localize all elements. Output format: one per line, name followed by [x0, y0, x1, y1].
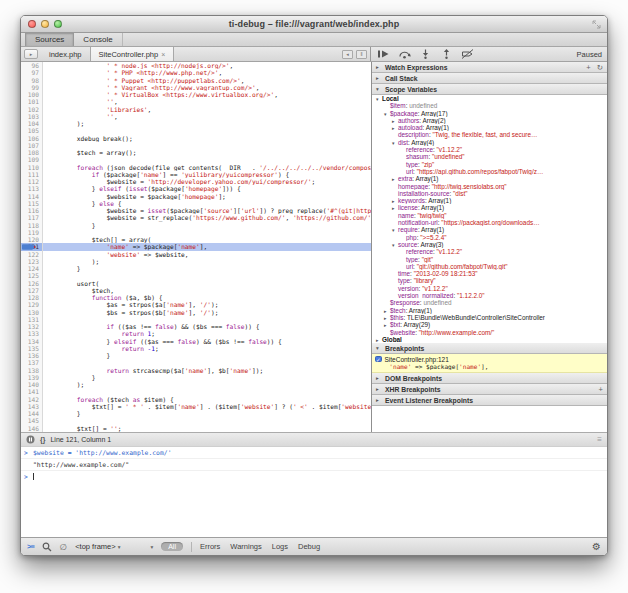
code-line[interactable]: 122 'website' => $website,	[21, 251, 371, 258]
line-number-gutter[interactable]: 138	[21, 367, 43, 374]
code-line[interactable]: 124 }	[21, 265, 371, 272]
line-number-gutter[interactable]: 128	[21, 294, 43, 301]
code-line[interactable]: 134 } elseif (($as === false) && ($bs !=…	[21, 338, 371, 345]
search-icon[interactable]	[42, 542, 52, 552]
step-out-icon[interactable]	[439, 49, 453, 60]
resume-script-icon[interactable]	[376, 49, 390, 60]
gear-icon[interactable]: ⚙	[592, 541, 601, 552]
code-text[interactable]: ' * Vagrant <http://www.vagrantup.com/>'…	[43, 84, 371, 91]
line-number-gutter[interactable]: 117	[21, 214, 43, 221]
code-line[interactable]: 132 if (($as !== false) && ($bs === fals…	[21, 323, 371, 330]
code-text[interactable]: 'website' => $website,	[43, 251, 371, 258]
console-drawer[interactable]: > $website = 'http://www.example.com/' "…	[21, 446, 607, 537]
breakpoint-entry[interactable]: ✓SiteController.php:121 'name' => $packa…	[372, 354, 607, 373]
code-text[interactable]: $tech = array();	[43, 149, 371, 156]
code-line[interactable]: 140 );	[21, 381, 371, 388]
scope-variable-row[interactable]: ▸authors: Array(2)	[372, 117, 607, 124]
toggle-console-icon[interactable]: >≡	[27, 542, 34, 551]
code-line[interactable]: 98 ' * Puppet <http://puppetlabs.com/>',	[21, 77, 371, 84]
code-line[interactable]: 111 if ($package['name'] == 'yuilibrary/…	[21, 171, 371, 178]
code-text[interactable]	[43, 316, 371, 323]
line-number-gutter[interactable]: 137	[21, 359, 43, 366]
code-text[interactable]: }	[43, 410, 371, 417]
scope-variable-row[interactable]: type: "zip"	[372, 161, 607, 168]
code-text[interactable]: } elseif (isset($package['homepage'])) {	[43, 185, 371, 192]
close-tab-icon[interactable]: ×	[161, 51, 165, 58]
code-line[interactable]: 117 $website = str_replace('https://www.…	[21, 214, 371, 221]
line-number-gutter[interactable]: 122	[21, 251, 43, 258]
code-text[interactable]: $website = str_replace('https://www.gith…	[43, 214, 371, 221]
code-line[interactable]: 107	[21, 142, 371, 149]
scope-variable-row[interactable]: type: "library"	[372, 277, 607, 284]
scope-variable-row[interactable]: reference: "v1.12.2"	[372, 146, 607, 153]
code-line[interactable]: 100 ' * VirtualBox <https://www.virtualb…	[21, 91, 371, 98]
code-text[interactable]: $txt[] = '';	[43, 425, 371, 432]
code-line[interactable]: 104 );	[21, 120, 371, 127]
pretty-print-icon[interactable]: {}	[40, 436, 45, 443]
file-tab-index-php[interactable]: index.php	[41, 47, 90, 61]
add-icon[interactable]: +	[586, 63, 590, 72]
line-number-gutter[interactable]: 135	[21, 345, 43, 352]
section-header-scope[interactable]: ▾Scope Variables	[372, 84, 607, 95]
scope-variable-row[interactable]: installation-source: "dist"	[372, 190, 607, 197]
step-over-icon[interactable]	[397, 49, 411, 60]
line-number-gutter[interactable]: 98	[21, 77, 43, 84]
section-header-callstack[interactable]: ▸Call Stack	[372, 73, 607, 84]
section-header-watch[interactable]: ▸Watch Expressions+↻	[372, 62, 607, 73]
line-number-gutter[interactable]: 120	[21, 236, 43, 243]
add-icon[interactable]: +	[599, 385, 603, 394]
scope-variable-row[interactable]: shasum: "undefined"	[372, 153, 607, 160]
scope-variable-row[interactable]: ▾source: Array(3)	[372, 241, 607, 248]
line-number-gutter[interactable]: 99	[21, 84, 43, 91]
code-line[interactable]: 131	[21, 316, 371, 323]
line-number-gutter[interactable]: 140	[21, 381, 43, 388]
filter-debug[interactable]: Debug	[298, 542, 320, 551]
code-line[interactable]: 139 }	[21, 374, 371, 381]
code-line[interactable]: 115 } else {	[21, 200, 371, 207]
line-number-gutter[interactable]: 126	[21, 280, 43, 287]
sidebar-expand-icon[interactable]: ◂	[342, 50, 353, 59]
code-text[interactable]: $bs = strpos($b['name'], '/');	[43, 309, 371, 316]
line-number-gutter[interactable]: 100	[21, 91, 43, 98]
line-number-gutter[interactable]: 118	[21, 222, 43, 229]
scope-variable-row[interactable]: ▾dist: Array(4)	[372, 139, 607, 146]
code-text[interactable]: ' * VirtualBox <https://www.virtualbox.o…	[43, 91, 371, 98]
clear-console-icon[interactable]: ∅	[60, 542, 67, 552]
file-tab-sitecontroller-php[interactable]: SiteController.php ×	[90, 47, 175, 61]
code-text[interactable]: '',	[43, 98, 371, 105]
scope-variable-row[interactable]: homepage: "http://twig.sensiolabs.org"	[372, 183, 607, 190]
code-text[interactable]: usort(	[43, 280, 371, 287]
code-line[interactable]: 143 $txt[] = ' * ' . $item['name'] . ($i…	[21, 403, 371, 410]
zoom-window-icon[interactable]	[54, 20, 62, 28]
line-number-gutter[interactable]: 104	[21, 120, 43, 127]
filter-all-button[interactable]: All	[161, 542, 183, 551]
code-text[interactable]: foreach (json_decode(file_get_contents(_…	[43, 164, 371, 171]
scope-variable-row[interactable]: ▸$tech: Array(1)	[372, 307, 607, 314]
code-line[interactable]: 144 }	[21, 410, 371, 417]
line-number-gutter[interactable]: 103	[21, 113, 43, 120]
code-text[interactable]	[43, 272, 371, 279]
scope-variable-row[interactable]: ▸autoload: Array(1)	[372, 124, 607, 131]
scope-variable-row[interactable]: ▸license: Array(1)	[372, 204, 607, 211]
scope-variable-row[interactable]: php: ">=5.2.4"	[372, 234, 607, 241]
code-line[interactable]: 109	[21, 156, 371, 163]
line-number-gutter[interactable]: 132	[21, 323, 43, 330]
code-line[interactable]: 133 return 1;	[21, 330, 371, 337]
code-line[interactable]: 142 foreach ($tech as $item) {	[21, 396, 371, 403]
fullscreen-icon[interactable]	[592, 20, 601, 29]
code-line[interactable]: 126 usort(	[21, 280, 371, 287]
scope-variable-row[interactable]: ▾$package: Array(17)	[372, 110, 607, 117]
line-number-gutter[interactable]: 142	[21, 396, 43, 403]
code-text[interactable]: $tech[] = array(	[43, 236, 371, 243]
scope-variable-row[interactable]: ▾require: Array(1)	[372, 226, 607, 233]
code-line[interactable]: 102 'Libraries',	[21, 106, 371, 113]
line-number-gutter[interactable]: 109	[21, 156, 43, 163]
line-number-gutter[interactable]: 102	[21, 106, 43, 113]
code-text[interactable]: $website = isset($package['source']['url…	[43, 207, 371, 214]
code-text[interactable]: );	[43, 381, 371, 388]
tab-console[interactable]: Console	[74, 33, 122, 46]
line-number-gutter[interactable]: 123	[21, 258, 43, 265]
filter-warnings[interactable]: Warnings	[230, 542, 261, 551]
scope-variable-row[interactable]: ▸$txt: Array(29)	[372, 321, 607, 328]
line-number-gutter[interactable]: 96	[21, 62, 43, 69]
